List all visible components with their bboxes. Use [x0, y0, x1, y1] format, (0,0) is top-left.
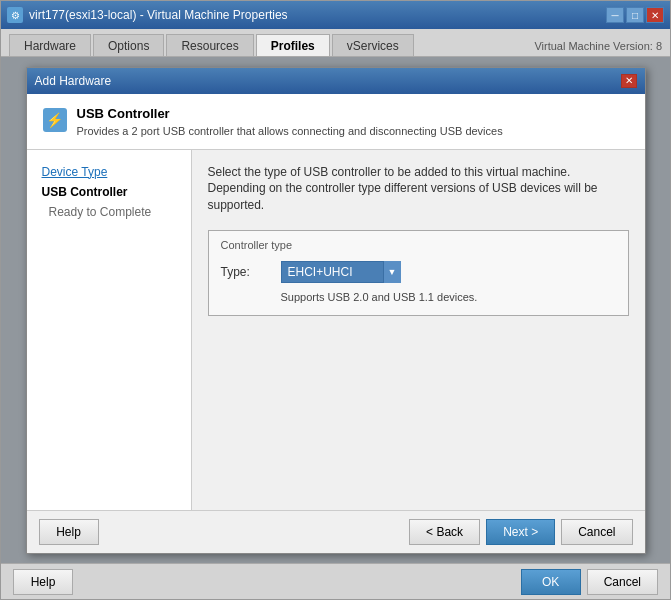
type-label: Type: — [221, 265, 271, 279]
outer-help-button[interactable]: Help — [13, 569, 73, 595]
dialog-title-bar: Add Hardware ✕ — [27, 68, 645, 94]
group-box-label: Controller type — [221, 239, 616, 251]
outer-ok-button[interactable]: OK — [521, 569, 581, 595]
tab-resources[interactable]: Resources — [166, 34, 253, 56]
controller-type-select[interactable]: EHCI+UHCI EHCI UHCI xHCI — [281, 261, 401, 283]
dialog-back-button[interactable]: < Back — [409, 519, 480, 545]
title-bar: ⚙ virt177(esxi13-local) - Virtual Machin… — [1, 1, 670, 29]
restore-button[interactable]: □ — [626, 7, 644, 23]
footer-right: < Back Next > Cancel — [409, 519, 632, 545]
dialog-help-button[interactable]: Help — [39, 519, 99, 545]
dialog-header-description: Provides a 2 port USB controller that al… — [77, 125, 629, 137]
dialog-header: ⚡ USB Controller Provides a 2 port USB c… — [27, 94, 645, 150]
step-ready-to-complete: Ready to Complete — [37, 202, 181, 222]
title-bar-buttons: ─ □ ✕ — [606, 7, 664, 23]
left-panel: Device Type USB Controller Ready to Comp… — [27, 150, 192, 510]
outer-window: ⚙ virt177(esxi13-local) - Virtual Machin… — [0, 0, 671, 600]
dialog-title: Add Hardware — [35, 74, 112, 88]
dialog-header-text: USB Controller Provides a 2 port USB con… — [77, 106, 629, 137]
outer-footer-right: OK Cancel — [521, 569, 658, 595]
tab-bar: Hardware Options Resources Profiles vSer… — [1, 29, 670, 57]
controller-hint: Supports USB 2.0 and USB 1.1 devices. — [281, 291, 616, 303]
title-bar-left: ⚙ virt177(esxi13-local) - Virtual Machin… — [7, 7, 288, 23]
dialog-body: Device Type USB Controller Ready to Comp… — [27, 150, 645, 510]
step-device-type[interactable]: Device Type — [37, 162, 181, 182]
tab-options[interactable]: Options — [93, 34, 164, 56]
version-label: Virtual Machine Version: 8 — [534, 40, 662, 56]
dialog-header-title: USB Controller — [77, 106, 629, 121]
vm-icon: ⚙ — [7, 7, 23, 23]
minimize-button[interactable]: ─ — [606, 7, 624, 23]
tab-hardware[interactable]: Hardware — [9, 34, 91, 56]
add-hardware-dialog: Add Hardware ✕ ⚡ USB Controller Provides… — [26, 67, 646, 554]
window-close-button[interactable]: ✕ — [646, 7, 664, 23]
main-content: Add Hardware ✕ ⚡ USB Controller Provides… — [1, 57, 670, 563]
dialog-close-button[interactable]: ✕ — [621, 74, 637, 88]
modal-overlay: Add Hardware ✕ ⚡ USB Controller Provides… — [1, 57, 670, 563]
dialog-next-button[interactable]: Next > — [486, 519, 555, 545]
dialog-footer: Help < Back Next > Cancel — [27, 510, 645, 553]
tab-profiles[interactable]: Profiles — [256, 34, 330, 56]
step-usb-controller: USB Controller — [37, 182, 181, 202]
tab-vservices[interactable]: vServices — [332, 34, 414, 56]
controller-type-group: Controller type Type: EHCI+UHCI EHCI UHC… — [208, 230, 629, 316]
outer-footer: Help OK Cancel — [1, 563, 670, 599]
dialog-cancel-button[interactable]: Cancel — [561, 519, 632, 545]
outer-cancel-button[interactable]: Cancel — [587, 569, 658, 595]
right-panel: Select the type of USB controller to be … — [192, 150, 645, 510]
window-title: virt177(esxi13-local) - Virtual Machine … — [29, 8, 288, 22]
footer-left: Help — [39, 519, 99, 545]
usb-icon: ⚡ — [43, 108, 67, 132]
type-select-wrapper: EHCI+UHCI EHCI UHCI xHCI ▼ — [281, 261, 401, 283]
right-panel-description: Select the type of USB controller to be … — [208, 164, 629, 214]
type-form-row: Type: EHCI+UHCI EHCI UHCI xHCI ▼ — [221, 261, 616, 283]
